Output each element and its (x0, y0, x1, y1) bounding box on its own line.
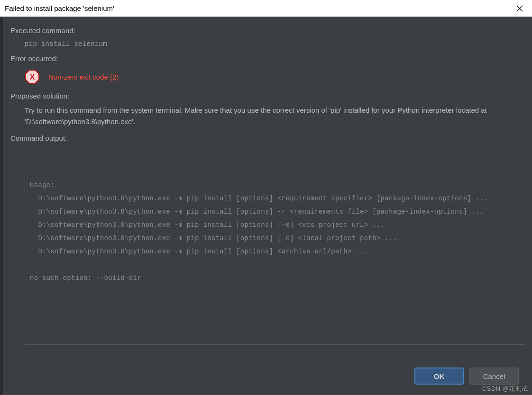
button-row: OK Cancel (3, 364, 532, 395)
error-message: Non-zero exit code (2) (48, 73, 119, 81)
dialog-content: Executed command: pip install selenium E… (3, 17, 532, 364)
titlebar: Failed to install package 'selenium' (0, 0, 532, 17)
command-output-label: Command output: (10, 134, 524, 142)
cancel-button[interactable]: Cancel (469, 368, 519, 385)
ok-button[interactable]: OK (414, 368, 464, 385)
command-output-box[interactable]: Usage: D:\software\python3.8\python.exe … (25, 148, 525, 345)
svg-text:X: X (30, 73, 35, 81)
close-button[interactable] (511, 0, 528, 17)
error-occurred-label: Error occurred: (10, 54, 524, 63)
proposed-solution-text: Try to run this command from the system … (25, 105, 524, 127)
close-icon (516, 5, 523, 12)
error-row: X Non-zero exit code (2) (25, 69, 524, 84)
error-badge-icon: X (25, 69, 40, 84)
executed-command-text: pip install selenium (25, 40, 524, 48)
executed-command-label: Executed command: (10, 27, 524, 35)
window-title: Failed to install package 'selenium' (5, 4, 511, 12)
proposed-solution-label: Proposed solution: (10, 92, 524, 100)
